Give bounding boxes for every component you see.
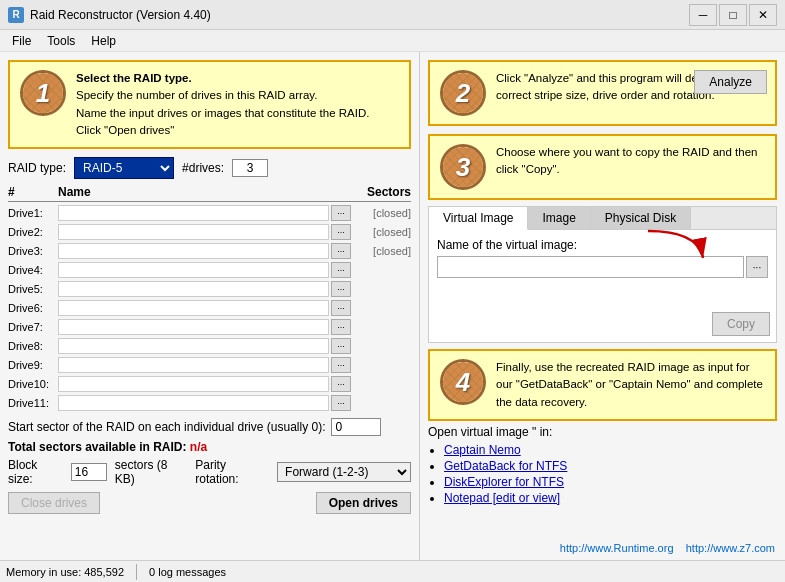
vi-browse-button[interactable]: ···: [746, 256, 768, 278]
copy-button[interactable]: Copy: [712, 312, 770, 336]
copy-btn-row: Copy: [429, 306, 776, 342]
parity-select[interactable]: Forward (1-2-3) Backward (1-2-3): [277, 462, 411, 482]
drives-scroll: Drive1: ··· [closed] Drive2: ··· [closed…: [8, 204, 411, 414]
drive11-browse[interactable]: ···: [331, 395, 351, 411]
close-drives-button[interactable]: Close drives: [8, 492, 100, 514]
window-controls: ─ □ ✕: [689, 4, 777, 26]
minimize-button[interactable]: ─: [689, 4, 717, 26]
runtime-link[interactable]: http://www.Runtime.org: [560, 542, 674, 554]
drive10-input[interactable]: [58, 376, 329, 392]
vi-input-field[interactable]: [437, 256, 744, 278]
step3-banner: 3 Choose where you want to copy the RAID…: [428, 134, 777, 200]
raid-config-row: RAID type: RAID-5 RAID-0 RAID-4 #drives:: [8, 157, 411, 179]
status-separator: [136, 564, 137, 580]
drive4-input[interactable]: [58, 262, 329, 278]
table-row: Drive7: ···: [8, 318, 411, 336]
table-row: Drive1: ··· [closed]: [8, 204, 411, 222]
left-panel: 1 Select the RAID type. Specify the numb…: [0, 52, 420, 582]
table-row: Drive4: ···: [8, 261, 411, 279]
sector-label: Start sector of the RAID on each individ…: [8, 420, 325, 434]
vi-input-row: ···: [437, 256, 768, 278]
step1-line4: Click "Open drives": [76, 122, 369, 139]
block-parity-row: Block size: sectors (8 KB) Parity rotati…: [8, 458, 411, 486]
col-name-header: Name: [58, 185, 331, 199]
drive1-browse[interactable]: ···: [331, 205, 351, 221]
analyze-button[interactable]: Analyze: [694, 70, 767, 94]
parity-label: Parity rotation:: [195, 458, 269, 486]
step1-line3: Name the input drives or images that con…: [76, 105, 369, 122]
list-item: Notepad [edit or view]: [444, 491, 777, 505]
captain-nemo-link[interactable]: Captain Nemo: [444, 443, 521, 457]
tab-virtual-image[interactable]: Virtual Image: [429, 207, 528, 230]
table-row: Drive10: ···: [8, 375, 411, 393]
step1-line2: Specify the number of drives in this RAI…: [76, 87, 369, 104]
drive3-input[interactable]: [58, 243, 329, 259]
drive5-browse[interactable]: ···: [331, 281, 351, 297]
raid-type-select[interactable]: RAID-5 RAID-0 RAID-4: [74, 157, 174, 179]
memory-status: Memory in use: 485,592: [6, 566, 124, 578]
list-item: Captain Nemo: [444, 443, 777, 457]
maximize-button[interactable]: □: [719, 4, 747, 26]
list-item: GetDataBack for NTFS: [444, 459, 777, 473]
table-row: Drive6: ···: [8, 299, 411, 317]
link-list: Captain Nemo GetDataBack for NTFS DiskEx…: [444, 443, 777, 505]
step3-circle: 3: [440, 144, 486, 190]
drive2-browse[interactable]: ···: [331, 224, 351, 240]
block-unit: sectors (8 KB): [115, 458, 188, 486]
vi-label: Name of the virtual image:: [437, 238, 768, 252]
close-button[interactable]: ✕: [749, 4, 777, 26]
menu-bar: File Tools Help: [0, 30, 785, 52]
drives-label: #drives:: [182, 161, 224, 175]
notepad-link[interactable]: Notepad [edit or view]: [444, 491, 560, 505]
watermark: http://www.Runtime.org http://www.z7.com: [560, 542, 775, 554]
table-row: Drive2: ··· [closed]: [8, 223, 411, 241]
table-row: Drive5: ···: [8, 280, 411, 298]
main-content: 1 Select the RAID type. Specify the numb…: [0, 52, 785, 582]
drive9-input[interactable]: [58, 357, 329, 373]
menu-tools[interactable]: Tools: [39, 32, 83, 50]
status-bar: Memory in use: 485,592 0 log messages: [0, 560, 785, 582]
drive7-browse[interactable]: ···: [331, 319, 351, 335]
drive5-input[interactable]: [58, 281, 329, 297]
drive4-browse[interactable]: ···: [331, 262, 351, 278]
getdataback-ntfs-link[interactable]: GetDataBack for NTFS: [444, 459, 567, 473]
drive6-input[interactable]: [58, 300, 329, 316]
drive8-input[interactable]: [58, 338, 329, 354]
drive7-input[interactable]: [58, 319, 329, 335]
step2-circle: 2: [440, 70, 486, 116]
drive11-input[interactable]: [58, 395, 329, 411]
step2-banner: 2 Click "Analyze" and this program will …: [428, 60, 777, 126]
step1-circle: 1: [20, 70, 66, 116]
drive8-browse[interactable]: ···: [331, 338, 351, 354]
drives-count-input[interactable]: [232, 159, 268, 177]
drive3-browse[interactable]: ···: [331, 243, 351, 259]
tab-image[interactable]: Image: [528, 207, 590, 229]
z7-link[interactable]: http://www.z7.com: [686, 542, 775, 554]
drive1-input[interactable]: [58, 205, 329, 221]
menu-file[interactable]: File: [4, 32, 39, 50]
drives-table-header: # Name Sectors: [8, 185, 411, 202]
total-sectors-value: n/a: [190, 440, 207, 454]
bottom-buttons: Close drives Open drives: [8, 492, 411, 514]
open-drives-button[interactable]: Open drives: [316, 492, 411, 514]
open-in-label: Open virtual image " in:: [428, 425, 777, 439]
step1-text: Select the RAID type. Specify the number…: [76, 70, 369, 139]
tabs-row: Virtual Image Image Physical Disk: [429, 207, 776, 230]
app-icon: R: [8, 7, 24, 23]
raid-type-label: RAID type:: [8, 161, 66, 175]
diskexplorer-ntfs-link[interactable]: DiskExplorer for NTFS: [444, 475, 564, 489]
drive10-browse[interactable]: ···: [331, 376, 351, 392]
title-bar: R Raid Reconstructor (Version 4.40) ─ □ …: [0, 0, 785, 30]
step4-circle: 4: [440, 359, 486, 405]
step3-text: Choose where you want to copy the RAID a…: [496, 144, 765, 179]
sector-input[interactable]: [331, 418, 381, 436]
log-status: 0 log messages: [149, 566, 226, 578]
drive2-input[interactable]: [58, 224, 329, 240]
drive9-browse[interactable]: ···: [331, 357, 351, 373]
tab-physical-disk[interactable]: Physical Disk: [591, 207, 691, 229]
table-row: Drive8: ···: [8, 337, 411, 355]
block-size-input[interactable]: [71, 463, 107, 481]
table-row: Drive9: ···: [8, 356, 411, 374]
menu-help[interactable]: Help: [83, 32, 124, 50]
drive6-browse[interactable]: ···: [331, 300, 351, 316]
